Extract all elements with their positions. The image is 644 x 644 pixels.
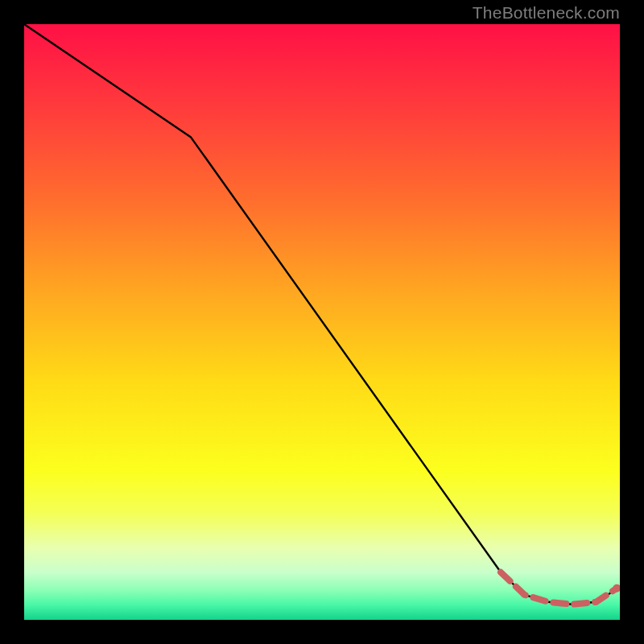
target-floor (501, 572, 617, 605)
plot-area (24, 24, 620, 620)
line-layer (24, 24, 620, 620)
chart-stage: TheBottleneck.com (0, 0, 644, 644)
attribution-text: TheBottleneck.com (473, 3, 620, 23)
bottleneck-curve (24, 24, 620, 605)
